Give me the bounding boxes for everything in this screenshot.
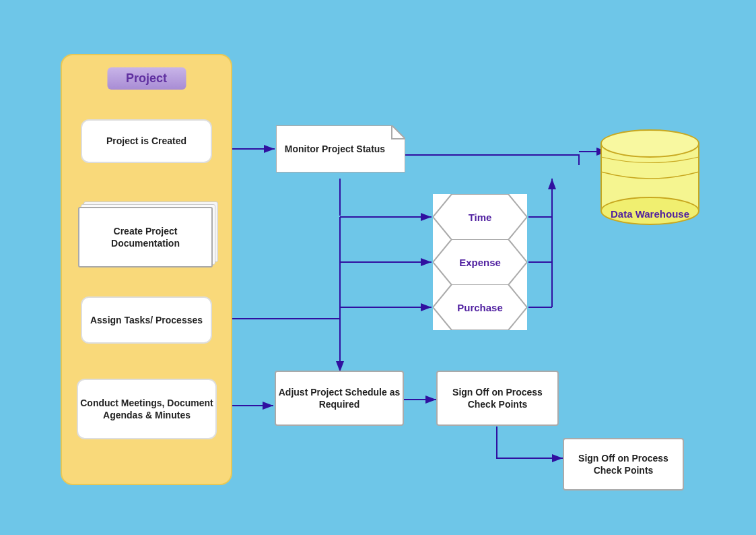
sign-off-2-box: Sign Off on Process Check Points xyxy=(563,438,684,491)
swimlane-title: Project xyxy=(107,67,186,90)
project-created-box: Project is Created xyxy=(81,119,212,163)
conduct-meetings-box: Conduct Meetings, Document Agendas & Min… xyxy=(77,379,217,439)
monitor-status-box: Monitor Project Status xyxy=(276,125,405,172)
sign-off-1-box: Sign Off on Process Check Points xyxy=(436,371,559,426)
swimlane-panel: Project Project is Created Create Projec… xyxy=(61,54,232,485)
create-docs-wrapper: Create Project Documentation xyxy=(78,207,213,268)
expense-hexagon: Expense xyxy=(433,239,527,285)
assign-tasks-box: Assign Tasks/ Processes xyxy=(81,296,212,344)
adjust-schedule-box: Adjust Project Schedule as Required xyxy=(275,371,404,426)
svg-point-25 xyxy=(601,130,699,157)
data-warehouse-cylinder: Data Warehouse xyxy=(598,125,702,226)
purchase-hexagon: Purchase xyxy=(433,284,527,330)
time-hexagon: Time xyxy=(433,194,527,240)
diagram-container: Project Project is Created Create Projec… xyxy=(0,0,756,535)
